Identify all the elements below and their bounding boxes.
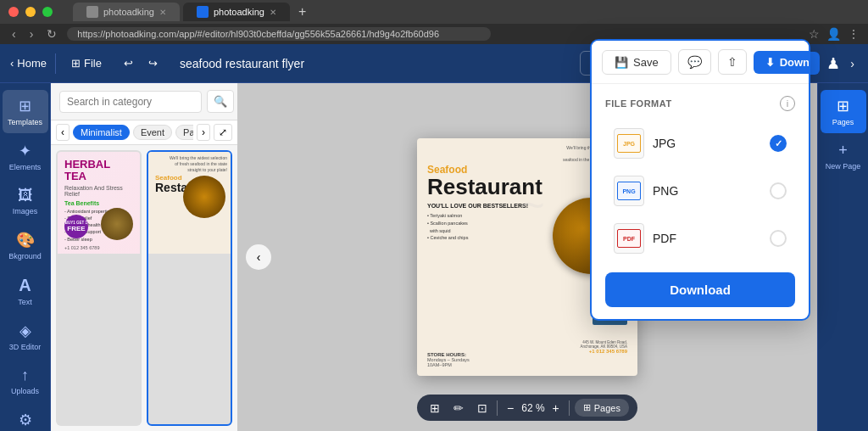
tab-close-1[interactable]: ✕ <box>159 8 166 17</box>
new-tab-button[interactable]: + <box>293 3 311 21</box>
elements-icon: ✦ <box>19 142 31 160</box>
format-radio-png[interactable] <box>770 182 787 199</box>
back-button[interactable]: ‹ <box>8 27 19 41</box>
uploads-label: Uploads <box>11 387 39 395</box>
template-card-herbal[interactable]: HERBALTEA Relaxation And Stress Relief T… <box>56 150 142 426</box>
dropdown-topbar: 💾 Save 💬 ⇧ ⬇ Download <box>592 41 809 84</box>
format-name-pdf: PDF <box>653 232 761 245</box>
format-option-jpg[interactable]: JPG JPG <box>605 121 795 165</box>
browser-chrome: photoadking ✕ photoadking ✕ + ‹ › ↻ http… <box>0 0 868 44</box>
expand-button[interactable]: ⤢ <box>214 124 232 141</box>
canvas-divider <box>497 400 498 416</box>
refresh-button[interactable]: ↻ <box>43 27 60 41</box>
cat-tag-party[interactable]: Party <box>175 125 193 140</box>
dropdown-share-button[interactable]: ⇧ <box>718 49 747 75</box>
store-hours-value: Mondays – Sundays10AM–9PM <box>427 357 470 367</box>
search-button[interactable]: 🔍 <box>207 90 234 113</box>
home-button[interactable]: ‹ Home <box>10 57 47 70</box>
right-sidebar-item-pages[interactable]: ⊞ Pages <box>821 90 866 133</box>
download-label-dd: Download <box>780 56 810 69</box>
canvas-crop-button[interactable]: ⊡ <box>473 400 492 417</box>
tab-label-1: photoadking <box>103 7 154 17</box>
sidebar-item-tools[interactable]: ⚙ Tools <box>3 404 48 431</box>
browser-tab-1[interactable]: photoadking ✕ <box>73 3 180 21</box>
chevron-left-icon: ‹ <box>10 57 14 70</box>
format-radio-jpg[interactable] <box>770 135 787 152</box>
pdf-icon-text: PDF <box>623 236 635 242</box>
format-radio-pdf[interactable] <box>770 230 787 247</box>
herbal-phone: +1 012 345 6789 <box>64 245 99 250</box>
3deditor-label: 3D Editor <box>9 343 42 351</box>
format-icon-pdf: PDF <box>614 223 644 254</box>
pages-button[interactable]: ⊞ Pages <box>575 399 629 417</box>
seafood-small-top-text: We'll bring the widest selection of fres… <box>168 155 227 173</box>
redo-button[interactable]: ↪ <box>142 53 164 73</box>
tab-favicon-2 <box>197 6 209 18</box>
canvas-grid-button[interactable]: ⊞ <box>426 400 444 417</box>
close-dot[interactable] <box>8 7 19 17</box>
templates-panel: 🔍 ⊞ ‹ Minimalist Event Party Bus › ⤢ HER <box>51 83 237 431</box>
right-sidebar: ⊞ Pages + New Page <box>817 83 868 431</box>
file-menu-button[interactable]: ⊞ File <box>64 53 108 73</box>
browser-tabs: photoadking ✕ photoadking ✕ + <box>73 3 311 21</box>
maximize-dot[interactable] <box>42 7 53 17</box>
pages-label: Pages <box>594 403 620 413</box>
sidebar-item-elements[interactable]: ✦ Elements <box>3 135 48 178</box>
zoom-in-button[interactable]: + <box>548 400 564 417</box>
address-bar[interactable]: https://photoadking.com/app/#/editor/hl9… <box>67 27 491 41</box>
template-card-seafood[interactable]: We'll bring the widest selection of fres… <box>147 150 232 426</box>
topbar-more-button[interactable]: › <box>847 57 858 70</box>
format-option-png[interactable]: PNG PNG <box>605 169 795 213</box>
tab-close-2[interactable]: ✕ <box>270 8 276 17</box>
canvas-pen-button[interactable]: ✏ <box>449 400 468 417</box>
save-icon-dd: 💾 <box>615 56 628 69</box>
text-icon: A <box>19 276 31 295</box>
forward-button[interactable]: › <box>26 27 37 41</box>
cat-tag-event[interactable]: Event <box>133 125 172 140</box>
document-title: seafood restaurant flyer <box>180 57 304 70</box>
minimize-dot[interactable] <box>25 7 36 17</box>
menu-icon[interactable]: ⋮ <box>848 27 860 41</box>
text-label: Text <box>18 298 32 306</box>
browser-tab-2[interactable]: photoadking ✕ <box>183 3 290 21</box>
herbal-promo-big: FREE <box>67 225 85 232</box>
sidebar-item-background[interactable]: 🎨 Bkground <box>3 224 48 267</box>
profile-icon[interactable]: 👤 <box>826 27 841 41</box>
sidebar-item-uploads[interactable]: ↑ Uploads <box>3 360 48 402</box>
dropdown-body: FILE FORMAT i JPG JPG PNG PNG <box>592 84 809 319</box>
dropdown-comment-button[interactable]: 💬 <box>678 49 711 75</box>
pages-sidebar-label: Pages <box>832 118 854 126</box>
star-icon[interactable]: ☆ <box>809 27 820 41</box>
canvas-toolbar: ⊞ ✏ ⊡ − 62 % + ⊞ Pages <box>417 395 637 421</box>
dropdown-save-button[interactable]: 💾 Save <box>602 50 671 75</box>
download-icon-dd: ⬇ <box>765 56 775 69</box>
sidebar-item-3deditor[interactable]: ◈ 3D Editor <box>3 315 48 358</box>
topbar-divider <box>55 53 56 74</box>
herbal-benefits-label: Tea Benefits <box>64 200 133 206</box>
search-input[interactable] <box>59 91 202 113</box>
dropdown-download-button[interactable]: ⬇ Download <box>754 51 810 74</box>
canvas-address: 445 W. Mount Eden Road,Anchorage, AK 995… <box>580 340 627 354</box>
sidebar-item-text[interactable]: A Text <box>3 269 48 313</box>
images-icon: 🖼 <box>18 187 33 204</box>
format-option-pdf[interactable]: PDF PDF <box>605 216 795 260</box>
canvas-decorative: ~ <box>520 181 544 230</box>
undo-button[interactable]: ↩ <box>117 53 140 73</box>
sidebar-item-images[interactable]: 🖼 Images <box>3 180 48 222</box>
cat-tag-minimalist[interactable]: Minimalist <box>73 125 130 140</box>
info-icon[interactable]: i <box>780 96 795 111</box>
templates-icon: ⊞ <box>19 97 31 115</box>
format-name-png: PNG <box>653 184 761 198</box>
left-sidebar: ⊞ Templates ✦ Elements 🖼 Images 🎨 Bkgrou… <box>0 83 51 431</box>
tools-icon: ⚙ <box>19 411 32 429</box>
sidebar-item-templates[interactable]: ⊞ Templates <box>3 90 48 133</box>
category-prev-button[interactable]: ‹ <box>56 124 70 141</box>
right-sidebar-item-newpage[interactable]: + New Page <box>821 135 866 177</box>
download-dropdown: 💾 Save 💬 ⇧ ⬇ Download FILE FORMAT i JPG … <box>590 39 810 321</box>
download-action-button[interactable]: Download <box>605 272 795 307</box>
zoom-out-button[interactable]: − <box>503 400 518 417</box>
category-next-button[interactable]: › <box>197 124 210 141</box>
panel-header: 🔍 ⊞ <box>51 83 237 120</box>
canvas-prev-button[interactable]: ‹ <box>246 244 271 270</box>
user-avatar-icon[interactable]: ♟ <box>826 54 840 73</box>
